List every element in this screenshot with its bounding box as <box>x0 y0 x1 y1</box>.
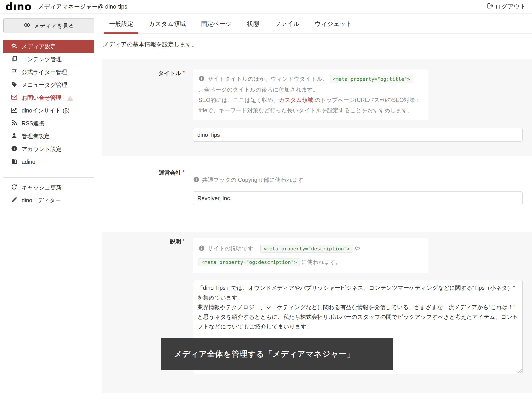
title-field-label: タイトル* <box>102 69 185 77</box>
sidebar: メディアを見る メディア設定 コンテンツ管理 <box>3 19 94 207</box>
sidebar-item-label: お問い合せ管理 <box>22 94 61 101</box>
form-row-ogp-image-url: OGP画像URL FacebookなどSNSでシェアされるときの画像です。 <box>102 393 532 405</box>
sidebar-item-label: キャッシュ更新 <box>22 184 62 191</box>
sidebar-item-label: アカウント設定 <box>22 145 62 153</box>
company-input[interactable] <box>193 191 523 205</box>
logout-label: ログアウト <box>495 2 526 11</box>
tab-general-settings[interactable]: 一般設定 <box>104 20 138 34</box>
tab-files[interactable]: ファイル <box>269 20 304 34</box>
sidebar-item-label: コンテンツ管理 <box>22 56 62 63</box>
required-mark: * <box>182 169 185 175</box>
sidebar-divider <box>3 177 94 177</box>
meta-og-description-code: <meta property="og:description"> <box>198 258 300 266</box>
sidebar-item-dino-editor[interactable]: dinoエディター <box>3 194 94 207</box>
sidebar-item-writer-management[interactable]: 公式ライター管理 <box>3 66 94 79</box>
meta-description-code: <meta property="description"> <box>260 245 353 253</box>
gears-icon <box>11 42 18 51</box>
tab-custom-area[interactable]: カスタム領域 <box>144 20 191 34</box>
logout-button[interactable]: ログアウト <box>486 2 526 11</box>
sidebar-item-content-management[interactable]: コンテンツ管理 <box>3 53 94 66</box>
company-help-text: 共通フッタの Copyright 部に使われます <box>193 175 523 185</box>
app-title: メディアマネージャー@ dino-tips <box>38 3 127 11</box>
sidebar-menu: メディア設定 コンテンツ管理 公式ライター管理 <box>3 40 94 168</box>
form-row-company: 運営会社* 共通フッタの Copyright 部に使われます <box>102 156 532 232</box>
tab-widgets[interactable]: ウィジェット <box>310 20 357 34</box>
title-input[interactable] <box>193 128 523 142</box>
warning-triangle-icon <box>67 95 73 101</box>
caption-text: メディア全体を管理する「メディアマネジャー」 <box>174 349 355 359</box>
user-icon <box>11 132 18 140</box>
view-media-label: メディアを見る <box>34 22 74 29</box>
media-manager-page: dıno メディアマネージャー@ dino-tips ログアウト メディアを見る <box>0 0 532 405</box>
chart-line-icon <box>11 107 18 115</box>
flag-icon <box>11 68 18 76</box>
sidebar-item-cache-refresh[interactable]: キャッシュ更新 <box>3 181 94 194</box>
meta-og-title-code: <meta property="og:title"> <box>330 75 413 83</box>
description-help-text: サイトの説明です。 <meta property="description"> … <box>193 238 429 273</box>
sidebar-item-rss[interactable]: RSS連携 <box>3 117 94 130</box>
description-field-label: 説明* <box>102 238 185 245</box>
ogp-field-label: OGP画像URL <box>102 404 185 405</box>
tag-icon <box>11 81 18 89</box>
sidebar-item-inquiry-management[interactable]: お問い合せ管理 <box>3 91 94 104</box>
info-icon <box>198 243 205 249</box>
caption-overlay-banner: メディア全体を管理する「メディアマネジャー」 <box>161 338 393 370</box>
top-header: dıno メディアマネージャー@ dino-tips ログアウト <box>0 0 532 14</box>
sidebar-item-label: 公式ライター管理 <box>22 68 67 76</box>
sidebar-tools: キャッシュ更新 dinoエディター <box>3 181 94 207</box>
sidebar-item-dino-insight[interactable]: dinoインサイト (β) <box>3 104 94 117</box>
company-field-label: 運営会社* <box>102 169 185 176</box>
sidebar-item-label: 管理者設定 <box>22 133 50 140</box>
sidebar-item-label: dinoインサイト (β) <box>22 107 69 114</box>
required-mark: * <box>182 70 185 75</box>
pencil-icon <box>11 196 18 204</box>
eye-icon <box>24 21 31 30</box>
rss-icon <box>11 120 18 128</box>
sidebar-item-label: メニュータグ管理 <box>22 81 67 89</box>
tab-fixed-pages[interactable]: 固定ページ <box>196 20 237 34</box>
section-intro: メディアの基本情報を設定します。 <box>103 40 532 48</box>
copy-icon <box>11 55 18 63</box>
sidebar-item-adino[interactable]: adino <box>3 155 94 168</box>
sidebar-item-admin-settings[interactable]: 管理者設定 <box>3 130 94 143</box>
dino-logo[interactable]: dıno <box>5 1 32 12</box>
custom-area-link[interactable]: カスタム領域 <box>279 97 313 103</box>
settings-tabs: 一般設定 カスタム領域 固定ページ 状態 ファイル ウィジェット <box>102 14 532 34</box>
info-circle-icon <box>11 145 18 153</box>
title-help-text: サイトタイトルのほか、ウィンドウタイトル、 <meta property="og… <box>193 69 429 120</box>
info-icon <box>193 176 199 182</box>
sidebar-item-label: RSS連携 <box>22 120 44 127</box>
form-row-title: タイトル* サイトタイトルのほか、ウィンドウタイトル、 <meta proper… <box>102 59 532 156</box>
pages-icon <box>11 158 18 166</box>
info-icon <box>198 74 205 81</box>
required-mark: * <box>182 238 185 244</box>
sidebar-item-account-settings[interactable]: アカウント設定 <box>3 143 94 155</box>
sidebar-item-label: dinoエディター <box>22 197 61 204</box>
envelope-icon <box>11 94 18 102</box>
sign-out-icon <box>486 2 493 11</box>
sidebar-item-media-settings[interactable]: メディア設定 <box>3 40 94 53</box>
tab-status[interactable]: 状態 <box>242 20 264 34</box>
sidebar-item-label: adino <box>22 159 35 165</box>
sidebar-item-menu-tag-management[interactable]: メニュータグ管理 <box>3 79 94 91</box>
view-media-button[interactable]: メディアを見る <box>3 19 94 33</box>
refresh-icon <box>11 184 18 192</box>
sidebar-item-label: メディア設定 <box>22 43 56 50</box>
